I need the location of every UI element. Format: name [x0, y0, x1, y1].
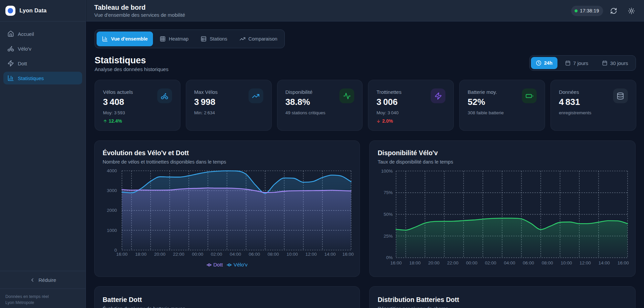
- svg-text:22:00: 22:00: [173, 252, 184, 257]
- svg-text:3000: 3000: [107, 188, 117, 193]
- svg-text:0%: 0%: [386, 255, 393, 260]
- svg-text:08:00: 08:00: [268, 252, 279, 257]
- svg-text:2000: 2000: [107, 208, 117, 213]
- svg-text:1000: 1000: [107, 228, 117, 233]
- svg-text:12:00: 12:00: [306, 252, 317, 257]
- svg-text:06:00: 06:00: [249, 252, 260, 257]
- svg-text:20:00: 20:00: [154, 252, 165, 257]
- svg-text:14:00: 14:00: [324, 252, 336, 257]
- svg-text:06:00: 06:00: [523, 260, 534, 265]
- svg-text:22:00: 22:00: [447, 260, 459, 265]
- svg-text:16:00: 16:00: [390, 260, 402, 265]
- svg-text:00:00: 00:00: [466, 260, 477, 265]
- svg-text:10:00: 10:00: [560, 260, 572, 265]
- svg-text:50%: 50%: [384, 212, 393, 217]
- svg-text:100%: 100%: [381, 169, 393, 174]
- svg-text:12:00: 12:00: [580, 260, 591, 265]
- svg-text:02:00: 02:00: [211, 252, 222, 257]
- svg-text:14:00: 14:00: [598, 260, 610, 265]
- svg-text:04:00: 04:00: [230, 252, 241, 257]
- svg-text:25%: 25%: [384, 234, 393, 239]
- svg-text:75%: 75%: [384, 190, 393, 195]
- svg-text:04:00: 04:00: [504, 260, 515, 265]
- svg-text:20:00: 20:00: [428, 260, 440, 265]
- svg-text:4000: 4000: [107, 168, 117, 173]
- svg-text:16:00: 16:00: [618, 260, 629, 265]
- svg-text:16:00: 16:00: [116, 252, 128, 257]
- svg-text:18:00: 18:00: [135, 252, 147, 257]
- svg-text:00:00: 00:00: [192, 252, 203, 257]
- svg-text:08:00: 08:00: [542, 260, 553, 265]
- svg-text:18:00: 18:00: [409, 260, 421, 265]
- svg-text:02:00: 02:00: [485, 260, 496, 265]
- svg-text:10:00: 10:00: [286, 252, 298, 257]
- svg-text:16:00: 16:00: [342, 252, 354, 257]
